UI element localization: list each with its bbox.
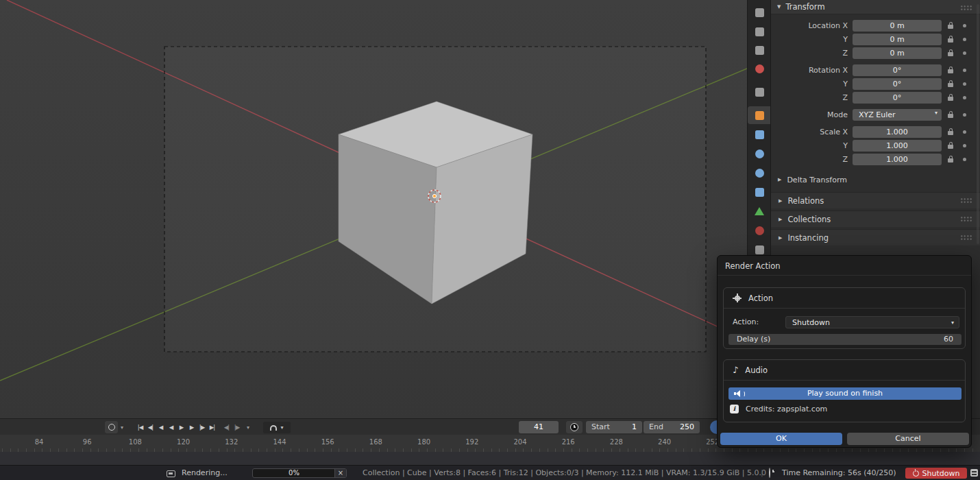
cancel-render-button[interactable]: × xyxy=(334,469,346,477)
lock-icon[interactable] xyxy=(948,83,953,87)
transform-panel-header[interactable]: ▼ Transform xyxy=(771,0,980,14)
properties-tab-data[interactable] xyxy=(748,202,771,220)
lock-icon[interactable] xyxy=(948,38,953,43)
step-back-button[interactable]: ◀| xyxy=(221,421,232,433)
audio-section-header[interactable]: ♪ Audio xyxy=(724,360,965,381)
location-x-field[interactable]: 0 m xyxy=(853,20,942,32)
playback-caret-icon[interactable]: ▾ xyxy=(247,424,249,431)
lock-icon[interactable] xyxy=(948,69,953,73)
jump-to-end-button[interactable]: ▶| xyxy=(207,421,217,433)
animate-dot[interactable] xyxy=(963,96,966,99)
step-forward-button[interactable]: |▶ xyxy=(232,421,242,433)
rotation-mode-field[interactable]: XYZ Euler▾ xyxy=(853,109,942,121)
properties-tab-scene[interactable] xyxy=(748,83,771,101)
properties-tab-particles[interactable] xyxy=(748,145,771,163)
lock-icon[interactable] xyxy=(948,52,953,56)
scale-z-field[interactable]: 1.000 xyxy=(853,154,942,165)
cancel-button[interactable]: Cancel xyxy=(847,433,969,445)
tool-icon xyxy=(755,8,764,17)
properties-tab-view-layer[interactable] xyxy=(748,60,771,77)
auto-keyframe-button[interactable] xyxy=(105,421,118,433)
panel-grip-dots[interactable] xyxy=(960,235,972,240)
properties-tab-physics[interactable] xyxy=(748,164,771,182)
lock-icon[interactable] xyxy=(948,114,953,118)
delay-value: 60 xyxy=(944,334,953,345)
frame-tick-96: 96 xyxy=(83,438,92,446)
gear-icon xyxy=(733,293,742,302)
animate-dot[interactable] xyxy=(963,113,966,117)
properties-tab-output[interactable] xyxy=(748,41,771,59)
start-frame-field[interactable]: Start 1 xyxy=(586,421,642,433)
current-frame-field[interactable]: 41 xyxy=(519,421,559,433)
action-section-header[interactable]: Action xyxy=(724,288,965,309)
section-label: Relations xyxy=(787,196,824,206)
scale-x-label: Scale X xyxy=(771,128,848,136)
prev-keyframe-button[interactable]: ◀| xyxy=(145,421,156,433)
properties-tab-material[interactable] xyxy=(748,221,771,239)
jump-to-start-button[interactable]: |◀ xyxy=(135,421,145,433)
animate-dot[interactable] xyxy=(963,24,966,27)
ok-button[interactable]: OK xyxy=(720,433,842,445)
start-value: 1 xyxy=(632,421,637,433)
timeline-track-area[interactable] xyxy=(0,452,980,465)
scale-x-field[interactable]: 1.000 xyxy=(853,126,942,138)
lock-icon[interactable] xyxy=(948,97,953,101)
animate-dot[interactable] xyxy=(963,158,966,161)
animate-dot[interactable] xyxy=(963,51,966,55)
panel-grip-dots[interactable] xyxy=(960,216,972,221)
location-z-field[interactable]: 0 m xyxy=(853,47,942,59)
rotation-x-field[interactable]: 0° xyxy=(853,64,942,76)
delta-transform-header[interactable]: ▶ Delta Transform xyxy=(778,173,847,187)
panel-grip-dots[interactable] xyxy=(960,197,972,203)
animate-dot[interactable] xyxy=(963,69,966,72)
timecode-toggle-button[interactable] xyxy=(566,421,583,433)
properties-tab-modifiers[interactable] xyxy=(748,125,771,143)
panel-section-instancing[interactable]: ▶Instancing xyxy=(771,229,980,245)
delay-field[interactable]: Delay (s) 60 xyxy=(728,334,961,345)
power-icon xyxy=(913,470,919,477)
rotation-y-field[interactable]: 0° xyxy=(853,78,942,90)
end-frame-field[interactable]: End 250 xyxy=(644,421,700,433)
play-button[interactable]: ▶ xyxy=(176,421,186,433)
next-keyframe-button[interactable]: |▶ xyxy=(197,421,207,433)
properties-tab-constraints[interactable] xyxy=(748,183,771,201)
transform-row-scale-y: Y1.000 xyxy=(771,140,980,152)
snap-caret-icon: ▾ xyxy=(280,424,283,431)
system-status-icon[interactable] xyxy=(970,469,978,477)
animate-dot[interactable] xyxy=(963,144,966,147)
dropdown-caret-icon: ▾ xyxy=(951,317,954,328)
3d-viewport[interactable] xyxy=(0,0,747,418)
panel-section-relations[interactable]: ▶Relations xyxy=(771,192,980,208)
lock-icon[interactable] xyxy=(948,25,953,29)
scale-y-field[interactable]: 1.000 xyxy=(853,140,942,152)
lock-icon[interactable] xyxy=(948,131,953,135)
action-section-title: Action xyxy=(748,293,773,303)
credits-row: i Credits: zapsplat.com xyxy=(730,405,827,413)
panel-section-collections[interactable]: ▶Collections xyxy=(771,211,980,227)
prev-frame-button[interactable]: ◀ xyxy=(156,421,166,433)
play-sound-button[interactable]: Play sound on finish xyxy=(728,387,961,400)
autokey-caret-icon[interactable]: ▾ xyxy=(121,424,123,431)
animate-dot[interactable] xyxy=(963,38,966,41)
lock-icon[interactable] xyxy=(948,158,953,163)
transform-title: Transform xyxy=(785,2,824,12)
properties-tab-render[interactable] xyxy=(748,23,771,40)
location-y-field[interactable]: 0 m xyxy=(853,34,942,45)
info-icon: i xyxy=(730,405,739,413)
animate-dot[interactable] xyxy=(963,82,966,86)
next-frame-button[interactable]: ▶ xyxy=(186,421,197,433)
properties-tab-object[interactable] xyxy=(748,106,771,124)
frame-tick-84: 84 xyxy=(35,438,44,446)
shutdown-button[interactable]: Shutdown xyxy=(905,468,967,479)
panel-grip-dots[interactable] xyxy=(960,5,972,10)
snap-controls[interactable]: ▾ xyxy=(263,422,291,433)
lock-icon[interactable] xyxy=(948,145,953,149)
transform-row-location-z: Z0 m xyxy=(771,47,980,59)
status-bar: Rendering... 0% × Collection | Cube | Ve… xyxy=(0,465,980,480)
action-dropdown[interactable]: Shutdown ▾ xyxy=(785,316,959,328)
render-action-dialog: Render Action Action Action: Shutdown ▾ … xyxy=(717,255,972,448)
play-reverse-button[interactable]: ◀ xyxy=(166,421,176,433)
properties-tab-tool[interactable] xyxy=(748,3,771,21)
animate-dot[interactable] xyxy=(963,130,966,134)
rotation-z-field[interactable]: 0° xyxy=(853,92,942,104)
